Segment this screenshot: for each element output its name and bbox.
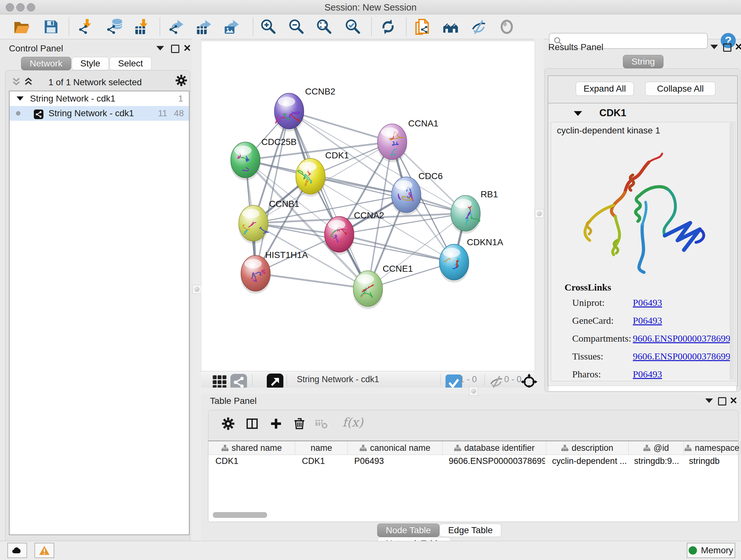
table-cell[interactable]: CDK1 [295, 455, 347, 469]
crosslink-value[interactable]: P06493 [633, 315, 662, 326]
network-collection-row[interactable]: String Network - cdk1 1 [10, 91, 189, 106]
column-header-database-identifier[interactable]: database identifier [443, 441, 546, 455]
clear-table-icon[interactable] [315, 417, 329, 431]
string-badge-icon[interactable] [230, 374, 243, 386]
node-table: shared namenamecanonical namedatabase id… [208, 441, 738, 522]
column-header--id[interactable]: @id [629, 441, 684, 455]
string-network-icon [34, 109, 44, 124]
import-network-icon[interactable] [78, 18, 94, 35]
gear-icon[interactable] [221, 417, 235, 431]
network-label: String Network - cdk1 [49, 106, 134, 121]
show-graphics-details-icon[interactable] [498, 18, 515, 35]
column-header-description[interactable]: description [546, 441, 629, 455]
close-panel-icon[interactable]: ✕ [183, 44, 193, 54]
tab-node-table[interactable]: Node Table [377, 523, 440, 537]
tab-style[interactable]: Style [72, 57, 109, 70]
node-label: HIST1H1A [265, 250, 308, 260]
table-cell[interactable]: P06493 [347, 455, 442, 469]
table-row[interactable]: CDK1CDK1P064939606.ENSP00000378699cyclin… [208, 455, 738, 469]
network-node[interactable]: CDC25B [230, 137, 296, 180]
save-session-icon[interactable] [43, 18, 59, 35]
float-panel-icon[interactable] [723, 44, 733, 53]
collapse-all-icon[interactable] [11, 77, 21, 86]
column-header-canonical-name[interactable]: canonical name [348, 441, 443, 455]
float-panel-icon[interactable] [171, 45, 181, 54]
tab-network[interactable]: Network [21, 57, 71, 70]
network-node[interactable]: CCNB2 [274, 86, 335, 132]
left-splitter[interactable] [192, 39, 201, 541]
collapse-all-button[interactable]: Collapse All [645, 82, 716, 96]
zoom-fit-icon[interactable] [316, 18, 332, 35]
network-node[interactable]: RB1 [451, 189, 498, 234]
network-node[interactable]: CCNE1 [353, 264, 413, 309]
splitter-handle[interactable] [535, 209, 544, 218]
zoom-selected-icon[interactable] [344, 18, 361, 35]
refresh-layout-icon[interactable] [380, 18, 396, 35]
zoom-out-icon[interactable] [288, 18, 305, 35]
network-node[interactable]: CDKN1A [439, 237, 503, 283]
zoom-in-icon[interactable] [260, 18, 276, 35]
float-panel-icon[interactable] [718, 397, 728, 407]
fit-content-icon[interactable] [521, 374, 534, 386]
export-table-icon[interactable] [196, 18, 212, 35]
crosslink-value[interactable]: P06493 [633, 369, 662, 380]
cloud-button[interactable] [7, 543, 27, 558]
columns-icon[interactable] [245, 417, 259, 431]
open-session-icon[interactable] [13, 18, 30, 35]
table-cell[interactable]: 9606.ENSP00000378699 [442, 455, 545, 469]
splitter-handle[interactable] [192, 285, 201, 294]
function-icon[interactable]: f(x) [342, 415, 363, 429]
gear-icon[interactable] [175, 74, 189, 88]
network-node[interactable]: CCNA1 [377, 118, 439, 162]
add-column-icon[interactable] [269, 417, 283, 431]
close-panel-icon[interactable]: ✕ [730, 396, 739, 406]
table-cell[interactable]: CDK1 [208, 455, 295, 469]
tab-select[interactable]: Select [110, 57, 151, 70]
vertical-scrollbar[interactable] [730, 123, 734, 380]
network-row-selected[interactable]: String Network - cdk1 11 48 [10, 106, 189, 121]
export-network-icon[interactable] [168, 18, 185, 35]
right-splitter[interactable] [534, 39, 544, 393]
network-graph[interactable]: CCNB2CCNA1CDC25BCDK1CDC6RB1CCNB1CCNA2CDK… [201, 41, 535, 372]
warning-button[interactable] [35, 543, 54, 558]
grid-view-icon[interactable] [211, 374, 223, 386]
table-cell[interactable]: stringdb:9... [627, 455, 682, 469]
network-view-toolbar: String Network - cdk1 1 - 0 0 - 0 [201, 371, 534, 388]
expand-all-button[interactable]: Expand All [576, 82, 634, 96]
toolbar-separator [159, 17, 160, 36]
column-label: @id [654, 443, 669, 453]
crosslink-value[interactable]: 9606.ENSP00000378699 [633, 333, 731, 344]
table-cell[interactable]: stringdb [682, 455, 738, 469]
memory-button[interactable]: Memory [687, 543, 735, 558]
export-image-icon[interactable] [224, 18, 240, 35]
expand-all-icon[interactable] [23, 77, 33, 86]
toolbar-separator [406, 17, 407, 36]
crosslink-value[interactable]: 9606.ENSP00000378699 [633, 351, 731, 362]
import-database-icon[interactable] [106, 18, 123, 35]
column-header-namespace[interactable]: namespace [684, 441, 740, 455]
memory-label: Memory [701, 545, 733, 556]
hide-graphics-details-icon[interactable] [470, 18, 487, 35]
tab-edge-table[interactable]: Edge Table [440, 523, 501, 537]
crosslink-value[interactable]: P06493 [633, 297, 662, 308]
collapse-panel-icon[interactable] [705, 398, 715, 408]
section-expander-icon[interactable] [574, 111, 582, 116]
selected-checkbox-icon[interactable] [446, 374, 456, 385]
import-table-icon[interactable] [134, 18, 151, 35]
close-panel-icon[interactable]: ✕ [735, 43, 741, 52]
network-node[interactable]: CDC6 [391, 171, 443, 215]
birds-eye-view-icon[interactable] [267, 374, 280, 386]
collapse-panel-icon[interactable] [156, 46, 166, 56]
tab-string[interactable]: String [623, 55, 664, 68]
delete-column-icon[interactable] [292, 417, 307, 431]
table-cell[interactable]: cyclin-dependent ... [545, 455, 627, 469]
column-header-name[interactable]: name [295, 441, 348, 455]
home-icon[interactable] [442, 18, 459, 35]
network-node[interactable]: HIST1H1A [241, 250, 308, 294]
expander-icon[interactable] [17, 97, 23, 101]
collapse-panel-icon[interactable] [711, 45, 720, 54]
column-header-shared-name[interactable]: shared name [208, 441, 295, 455]
network-canvas[interactable]: CCNB2CCNA1CDC25BCDK1CDC6RB1CCNB1CCNA2CDK… [201, 41, 535, 372]
network-snapshot-icon[interactable] [414, 18, 431, 35]
horizontal-scrollbar-thumb[interactable] [213, 512, 267, 518]
